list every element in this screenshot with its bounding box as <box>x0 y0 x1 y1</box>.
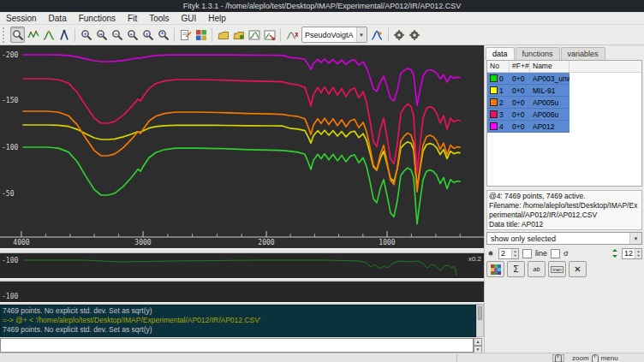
peak-type-select[interactable]: PseudoVoigtA▼ <box>301 27 367 43</box>
shift-arrows[interactable]: ▲▼ <box>635 249 641 258</box>
open-data-button[interactable] <box>216 27 230 43</box>
line-checkbox[interactable] <box>522 249 532 258</box>
rename-button[interactable]: ab <box>528 261 546 277</box>
sigma-checkbox-label: σ <box>564 249 569 258</box>
mouse-mode-button[interactable] <box>552 354 564 362</box>
dataset-color-swatch[interactable] <box>490 122 498 130</box>
main-plot-canvas[interactable]: 4000300020001000-200-150-100-50 <box>0 45 484 248</box>
data-viewer-icon <box>195 29 207 41</box>
axis-tick-label: 2000 <box>258 239 274 246</box>
dataset-number: 2 <box>499 98 504 107</box>
line-checkbox-label: line <box>535 249 547 258</box>
sum-button[interactable]: Σ <box>507 261 525 277</box>
aux-plot-1[interactable]: -100 x0.2 <box>0 253 484 278</box>
tab-data[interactable]: data <box>486 47 515 60</box>
dataset-number: 4 <box>499 122 504 131</box>
info-points: @4: 7469 points, 7469 active. <box>489 192 640 201</box>
export-image-icon <box>264 29 276 41</box>
svg-text:←: ← <box>129 31 133 38</box>
point-size-spinner[interactable]: 2 ▲▼ <box>498 248 519 259</box>
table-row[interactable]: 40+0AP012 <box>487 121 569 133</box>
auto-add-peak-button[interactable] <box>370 27 385 43</box>
activate-function-mode-button[interactable] <box>57 27 71 43</box>
fit-continue-icon <box>408 29 420 41</box>
dataset-fcount: 0+0 <box>510 97 530 108</box>
zoom-all-button[interactable]: * <box>156 27 170 43</box>
dataset-table[interactable]: No#F+#Name00+0AP003_unwa...10+0MIL-9120+… <box>486 60 642 187</box>
dataset-color-swatch[interactable] <box>490 86 498 94</box>
main-plot[interactable]: 4000300020001000-200-150-100-50 <box>0 45 484 248</box>
chevron-down-icon[interactable]: ▼ <box>356 27 367 42</box>
aux1-y-label: -100 <box>2 257 18 264</box>
fit-run-button[interactable] <box>392 27 407 43</box>
column-header-no[interactable]: No <box>487 61 510 72</box>
chevron-down-icon[interactable]: ▼ <box>629 233 641 244</box>
menu-tools[interactable]: Tools <box>143 14 175 23</box>
zoom-previous-button[interactable]: ← <box>125 27 140 43</box>
delete-dataset-button[interactable]: ✕ <box>569 261 587 277</box>
menu-functions[interactable]: Functions <box>73 14 122 23</box>
svg-text:↔: ↔ <box>98 31 102 38</box>
sigma-checkbox[interactable] <box>551 249 560 258</box>
add-peak-mode-button[interactable] <box>41 27 56 43</box>
plot-image-button[interactable] <box>247 27 261 43</box>
table-row[interactable]: 00+0AP003_unwa... <box>487 73 569 85</box>
point-size-icon <box>486 248 495 258</box>
zoom-vertical-button[interactable]: ↕ <box>140 27 155 43</box>
table-row[interactable]: 10+0MIL-91 <box>487 85 569 97</box>
menu-data[interactable]: Data <box>43 14 73 23</box>
svg-text:+: + <box>83 31 86 38</box>
activate-function-mode-icon <box>58 29 70 41</box>
axis-tick-label: -100 <box>2 144 18 151</box>
zoom-mode-icon <box>12 29 24 41</box>
peak-type-value: PseudoVoigtA <box>302 31 356 39</box>
fityk-window: Fityk 1.3.1 - /home/aleplo/test/Desktop/… <box>0 0 644 362</box>
zoom-mode-button[interactable] <box>10 27 25 43</box>
exec-script-icon <box>233 29 245 41</box>
sidebar: datafunctionsvariables No#F+#Name00+0AP0… <box>484 45 644 353</box>
open-data-icon <box>218 29 230 41</box>
zoom-out-button[interactable]: − <box>110 27 124 43</box>
tab-functions[interactable]: functions <box>516 47 560 60</box>
output-console[interactable]: 7469 points. No explicit std. dev. Set a… <box>0 305 476 337</box>
aux-plot-2[interactable]: -100 <box>0 282 484 302</box>
dataset-name: AP012 <box>530 121 569 132</box>
console-line: 7469 points. No explicit std. dev. Set a… <box>3 306 474 316</box>
column-header-name[interactable]: Name <box>530 61 569 72</box>
command-history-spinner[interactable]: ▲▼ <box>474 338 482 353</box>
data-range-mode-button[interactable] <box>26 27 40 43</box>
zoom-in-button[interactable]: + <box>79 27 93 43</box>
tab-variables[interactable]: variables <box>561 47 605 60</box>
dataset-color-swatch[interactable] <box>490 74 498 82</box>
table-row[interactable]: 30+0AP006u <box>487 109 569 121</box>
data-viewer-button[interactable] <box>194 27 208 43</box>
command-input[interactable] <box>0 338 474 353</box>
console-line: =-> @+ < '/home/aleplo/test/Desktop/IMAP… <box>3 316 474 325</box>
console-scrollbar[interactable] <box>476 305 484 337</box>
dataset-color-swatch[interactable] <box>490 98 498 106</box>
filter-dropdown[interactable]: show only selected ▼ <box>486 232 642 245</box>
colors-button[interactable] <box>486 261 504 277</box>
table-header: No#F+#Name <box>487 61 641 73</box>
menu-fit[interactable]: Fit <box>122 14 143 23</box>
transform-button[interactable]: tran <box>548 261 566 277</box>
history-up-icon[interactable]: ▲ <box>474 338 482 346</box>
point-size-arrows[interactable]: ▲▼ <box>511 249 518 258</box>
dataset-color-swatch[interactable] <box>490 110 498 118</box>
console-scrollbar-thumb[interactable] <box>478 306 482 320</box>
column-header-f[interactable]: #F+# <box>510 61 530 72</box>
console-line: 7469 points. No explicit std. dev. Set a… <box>3 325 474 335</box>
zoom-horizontal-button[interactable]: ↔ <box>94 27 109 43</box>
menu-gui[interactable]: GUI <box>176 14 203 23</box>
command-input-row: ▲▼ <box>0 338 482 353</box>
shift-spinner[interactable]: 12 ▲▼ <box>622 248 642 259</box>
fit-continue-button[interactable] <box>408 27 422 43</box>
table-row[interactable]: 20+0AP005u <box>487 97 569 109</box>
export-image-button[interactable] <box>262 27 277 43</box>
remove-peak-button[interactable]: x <box>284 27 299 43</box>
exec-script-button[interactable] <box>231 27 246 43</box>
menu-session[interactable]: Session <box>0 14 43 23</box>
edit-init-script-button[interactable] <box>178 27 193 43</box>
zoom-in-icon: + <box>80 29 92 41</box>
menu-help[interactable]: Help <box>202 14 232 23</box>
